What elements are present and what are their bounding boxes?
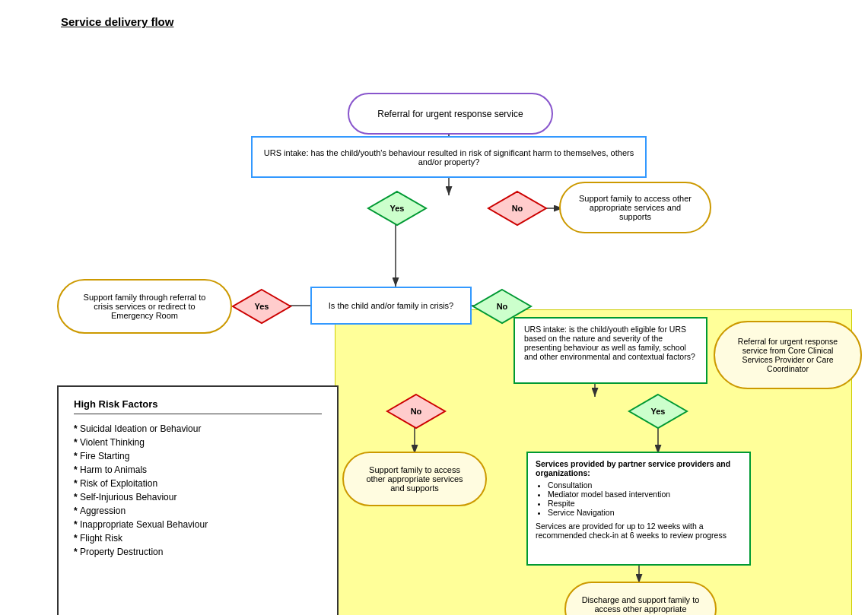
services-extra: Services are provided for up to 12 weeks… bbox=[536, 521, 742, 540]
svg-text:No: No bbox=[512, 204, 523, 213]
risk-factors-list: Suicidal Ideation or Behaviour Violent T… bbox=[74, 422, 322, 559]
service-item-1: Consultation bbox=[548, 480, 670, 490]
support-family-oval-2: Support family through referral to crisi… bbox=[57, 279, 232, 334]
discharge-oval: Discharge and support family to access o… bbox=[564, 582, 717, 615]
service-item-4: Service Navigation bbox=[548, 508, 670, 517]
risk-item-10: Property Destruction bbox=[74, 545, 322, 559]
urs-eligible-box: URS intake: is the child/youth eligible … bbox=[513, 317, 707, 384]
risk-item-3: Fire Starting bbox=[74, 449, 322, 463]
services-box: Services provided by partner service pro… bbox=[526, 452, 751, 566]
yes-diamond-2: Yes bbox=[231, 288, 292, 325]
risk-item-4: Harm to Animals bbox=[74, 463, 322, 477]
risk-item-7: Aggression bbox=[74, 504, 322, 518]
crisis-box: Is the child and/or family in crisis? bbox=[310, 287, 472, 325]
svg-text:Yes: Yes bbox=[255, 302, 269, 311]
support-family-oval-3: Support family to access other appropria… bbox=[342, 452, 487, 506]
svg-text:Yes: Yes bbox=[390, 204, 405, 213]
risk-factors-box: High Risk Factors Suicidal Ideation or B… bbox=[57, 385, 339, 615]
support-family-oval-1: Support family to access other appropria… bbox=[559, 182, 711, 233]
risk-item-8: Inappropriate Sexual Behaviour bbox=[74, 518, 322, 531]
svg-text:No: No bbox=[497, 302, 508, 311]
no-diamond-3: No bbox=[386, 393, 447, 430]
referral-core-oval: Referral for urgent response service fro… bbox=[714, 321, 862, 389]
svg-text:No: No bbox=[411, 407, 422, 416]
urs-intake-box: URS intake: has the child/youth's behavi… bbox=[251, 136, 647, 178]
no-diamond-1: No bbox=[487, 190, 548, 227]
risk-item-5: Risk of Exploitation bbox=[74, 477, 322, 490]
flowchart-area: Referral for urgent response service URS… bbox=[15, 51, 853, 598]
referral-oval: Referral for urgent response service bbox=[348, 93, 553, 135]
page: Service delivery flow bbox=[0, 0, 868, 615]
risk-item-9: Flight Risk bbox=[74, 531, 322, 545]
services-title: Services provided by partner service pro… bbox=[536, 459, 742, 477]
risk-item-6: Self-Injurious Behaviour bbox=[74, 490, 322, 504]
risk-item-1: Suicidal Ideation or Behaviour bbox=[74, 422, 322, 436]
risk-factors-title: High Risk Factors bbox=[74, 398, 322, 414]
svg-text:Yes: Yes bbox=[651, 407, 666, 416]
risk-item-2: Violent Thinking bbox=[74, 436, 322, 449]
page-title: Service delivery flow bbox=[61, 15, 853, 28]
service-item-2: Mediator model based intervention bbox=[548, 490, 670, 499]
yes-diamond-1: Yes bbox=[367, 190, 428, 227]
yes-diamond-3: Yes bbox=[628, 393, 688, 430]
service-item-3: Respite bbox=[548, 499, 670, 508]
